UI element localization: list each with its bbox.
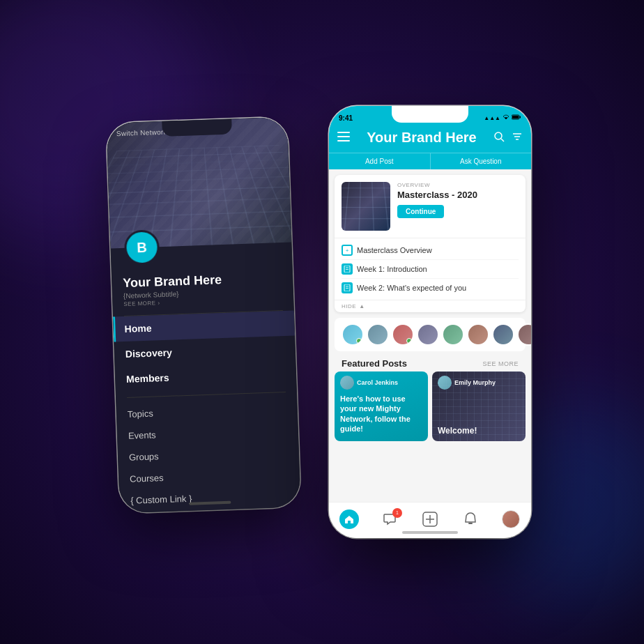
content-area: OVERVIEW Masterclass - 2020 Continue + M… — [329, 169, 531, 504]
course-item-text-overview: Masterclass Overview — [357, 246, 432, 254]
svg-rect-2 — [520, 116, 521, 118]
tab-add-post[interactable]: Add Post — [329, 153, 431, 169]
course-item-text-week2: Week 2: What's expected of you — [357, 284, 466, 292]
home-icon-container — [339, 509, 359, 529]
status-time: 9:41 — [339, 114, 353, 122]
header-icons — [493, 131, 523, 145]
avatar-3[interactable] — [392, 323, 414, 346]
front-notch — [392, 106, 468, 123]
avatar-4[interactable] — [417, 323, 439, 346]
svg-rect-14 — [344, 284, 350, 291]
bell-icon — [464, 512, 477, 526]
post-welcome-text: Welcome! — [438, 426, 477, 436]
hide-row[interactable]: HIDE ▲ — [335, 300, 526, 312]
signal-icon: ▲▲▲ — [484, 115, 500, 121]
svg-rect-4 — [337, 136, 350, 137]
hero-image: Switch Networks — [106, 117, 291, 249]
online-indicator-3 — [406, 338, 412, 344]
course-item-icon-doc1 — [342, 263, 353, 275]
tab-ask-question[interactable]: Ask Question — [431, 153, 532, 169]
svg-point-6 — [495, 132, 502, 139]
post-avatar-row-1: Carol Jenkins — [335, 371, 428, 394]
front-home-indicator — [402, 531, 458, 534]
avatar-7[interactable] — [492, 323, 514, 346]
action-tabs: Add Post Ask Question — [329, 153, 531, 169]
bottom-nav-home[interactable] — [339, 509, 359, 529]
section-divider — [127, 392, 286, 398]
course-item-week1[interactable]: Week 1: Introduction — [342, 260, 519, 279]
course-label: OVERVIEW — [397, 182, 519, 188]
front-header: Your Brand Here — [329, 127, 531, 153]
avatar-6[interactable] — [467, 323, 489, 346]
bottom-nav-add[interactable] — [420, 509, 440, 529]
post-card-dark[interactable]: Emily Murphy Welcome! — [432, 371, 526, 441]
avatar-row — [335, 318, 526, 351]
back-screen: Switch Networks B Your Brand Here {Netwo… — [106, 117, 300, 514]
nav-item-members[interactable]: Members — [115, 360, 297, 392]
course-items: + Masterclass Overview Week 1: Introduct… — [335, 238, 526, 300]
featured-see-more[interactable]: SEE MORE — [482, 360, 519, 367]
svg-line-7 — [501, 139, 504, 141]
front-phone: 9:41 ▲▲▲ Your Brand Here — [329, 106, 531, 538]
bottom-nav-bell[interactable] — [461, 509, 480, 529]
phones-container: Switch Networks B Your Brand Here {Netwo… — [113, 78, 531, 566]
course-item-week2[interactable]: Week 2: What's expected of you — [342, 279, 519, 297]
svg-rect-11 — [344, 266, 350, 273]
profile-icon-container — [501, 509, 521, 529]
back-phone: Switch Networks B Your Brand Here {Netwo… — [106, 117, 300, 514]
online-indicator-1 — [356, 338, 362, 344]
continue-button[interactable]: Continue — [397, 205, 444, 218]
post-author-avatar-2 — [438, 376, 452, 390]
filter-icon[interactable] — [512, 131, 523, 145]
svg-rect-5 — [337, 140, 350, 141]
svg-rect-1 — [512, 116, 519, 118]
course-thumbnail — [342, 182, 390, 231]
menu-icon[interactable] — [337, 132, 350, 144]
post-text-1: Here's how to use your new Mighty Networ… — [335, 394, 428, 434]
avatar-5[interactable] — [442, 323, 464, 346]
post-author-name-2: Emily Murphy — [454, 379, 496, 386]
status-icons: ▲▲▲ — [484, 114, 521, 121]
hide-label: HIDE — [342, 303, 356, 309]
profile-avatar — [502, 510, 520, 528]
bottom-nav-profile[interactable] — [501, 509, 521, 529]
battery-icon — [512, 114, 521, 121]
post-author-name-1: Carol Jenkins — [357, 379, 398, 386]
chat-badge: 1 — [392, 508, 402, 518]
search-icon[interactable] — [493, 131, 505, 145]
featured-header: Featured Posts SEE MORE — [335, 355, 526, 371]
featured-title: Featured Posts — [342, 358, 407, 369]
avatar-2[interactable] — [367, 323, 389, 346]
back-notch — [162, 118, 232, 136]
wifi-icon — [503, 114, 509, 121]
post-card-blue[interactable]: Carol Jenkins Here's how to use your new… — [335, 371, 428, 441]
hide-arrow-icon: ▲ — [359, 303, 365, 309]
brand-initial: B — [137, 239, 147, 255]
home-icon — [344, 514, 354, 524]
course-item-text-week1: Week 1: Introduction — [357, 265, 427, 273]
course-item-icon-doc2 — [342, 282, 353, 293]
svg-rect-3 — [337, 132, 350, 133]
front-header-title: Your Brand Here — [367, 130, 476, 146]
post-author-avatar-1 — [340, 376, 354, 390]
post-avatar-row-2: Emily Murphy — [432, 371, 526, 394]
bottom-nav-chat[interactable]: 1 — [380, 509, 399, 529]
course-card: OVERVIEW Masterclass - 2020 Continue + M… — [335, 175, 526, 312]
course-title: Masterclass - 2020 — [397, 190, 519, 200]
avatar-1[interactable] — [342, 323, 364, 346]
posts-row: Carol Jenkins Here's how to use your new… — [329, 371, 531, 441]
avatar-8[interactable] — [517, 323, 531, 346]
course-card-inner: OVERVIEW Masterclass - 2020 Continue — [335, 175, 526, 238]
add-icon — [422, 512, 438, 527]
bell-icon-container — [461, 509, 480, 529]
course-item-overview[interactable]: + Masterclass Overview — [342, 241, 519, 260]
course-item-icon-plus: + — [342, 245, 353, 256]
course-info: OVERVIEW Masterclass - 2020 Continue — [397, 182, 519, 231]
add-icon-container — [420, 509, 440, 529]
